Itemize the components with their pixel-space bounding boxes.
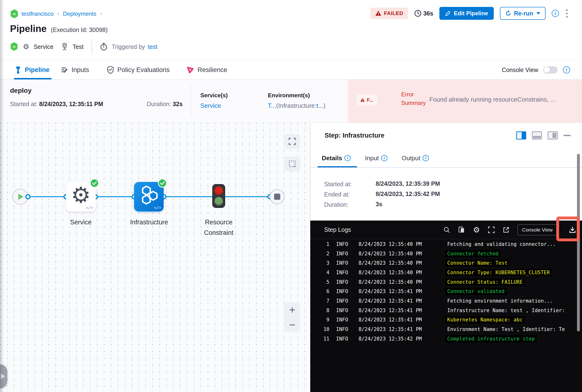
info-icon[interactable]: i — [381, 155, 387, 161]
service-gear-icon: ⚙ — [23, 43, 29, 50]
tab-output[interactable]: Output i — [402, 151, 429, 165]
node-resource-constraint[interactable] — [212, 184, 225, 208]
log-line: 3 INFO 8/24/2023 12:35:40 PM Connector N… — [310, 258, 582, 268]
tab-input[interactable]: Input i — [365, 151, 387, 165]
log-message: Completed infrastructure step — [445, 335, 537, 342]
info-icon[interactable]: i — [552, 10, 559, 17]
node-service[interactable]: ⚙ </> — [66, 182, 96, 212]
open-in-new-icon[interactable] — [503, 226, 509, 233]
log-lines: 1 INFO 8/24/2023 12:35:40 PM Fetching an… — [310, 240, 582, 392]
code-tag: </> — [86, 205, 93, 210]
detail-ended-label: Ended at: — [324, 191, 350, 198]
stop-icon — [274, 194, 280, 200]
log-timestamp: 8/24/2023 12:35:41 PM — [358, 326, 430, 332]
log-line-number: 4 — [310, 270, 329, 276]
tabs-border — [310, 168, 582, 168]
red-light — [214, 186, 223, 195]
services-label: Service(s) — [200, 92, 228, 99]
log-settings-icon[interactable]: ⚙ — [473, 226, 480, 234]
node-infrastructure[interactable]: </> — [134, 182, 164, 212]
tab-policy-evaluations[interactable]: Policy Evaluations — [107, 60, 170, 80]
search-icon[interactable] — [443, 226, 450, 233]
environment-link[interactable]: T...(Infrastructure:t...) — [268, 102, 325, 110]
divider — [191, 85, 191, 116]
detail-ended-value: 8/24/2023, 12:35:42 PM — [376, 190, 440, 198]
breadcrumb-deployments[interactable]: Deployments — [63, 10, 96, 17]
minimize-panel-icon[interactable] — [563, 135, 570, 136]
canvas-fullscreen-button[interactable] — [284, 134, 300, 149]
log-line: 11 INFO 8/24/2023 12:35:42 PM Completed … — [310, 334, 582, 344]
copy-icon[interactable] — [458, 226, 465, 234]
stopwatch-icon — [100, 43, 107, 51]
info-icon[interactable]: i — [563, 66, 570, 74]
service-link[interactable]: Service — [200, 102, 228, 110]
triggered-by-label: Triggered by — [112, 44, 145, 50]
edge-port — [25, 194, 31, 199]
log-line: 8 INFO 8/24/2023 12:35:41 PM Infrastruct… — [310, 306, 582, 315]
tab-resilience[interactable]: Resilience — [186, 60, 227, 80]
log-message: Connector Type: KUBERNETES_CLUSTER — [445, 269, 552, 276]
layout-floating-panel-icon[interactable] — [548, 132, 558, 140]
panel-scrollbar[interactable] — [577, 154, 580, 332]
cd-module-icon: ∞ — [10, 42, 19, 52]
zoom-out-button[interactable]: − — [289, 320, 295, 330]
started-at-value: 8/24/2023, 12:35:11 PM — [39, 100, 103, 107]
log-fullscreen-icon[interactable] — [488, 226, 495, 233]
refresh-icon — [505, 10, 511, 16]
stage-name[interactable]: deploy — [10, 87, 32, 94]
log-line: 9 INFO 8/24/2023 12:35:41 PM Kubernetes … — [310, 315, 582, 325]
layout-right-panel-icon[interactable] — [516, 132, 526, 140]
error-summary-label: ErrorSummary — [401, 90, 426, 107]
log-message: Connector Status: FAILURE — [445, 278, 524, 286]
stage-times: Started at: 8/24/2023, 12:35:11 PM Durat… — [10, 100, 183, 108]
pipeline-meta-row: ∞ ⚙ Service Test Triggered by test — [10, 40, 157, 54]
breadcrumb-project[interactable]: testfrancisco — [22, 10, 54, 17]
breadcrumb: ∞ testfrancisco › Deployments › — [10, 8, 103, 19]
clock-icon — [414, 10, 421, 17]
info-icon[interactable]: i — [423, 155, 429, 161]
layout-bottom-panel-icon[interactable] — [532, 132, 542, 140]
log-line-number: 6 — [310, 288, 329, 294]
log-timestamp: 8/24/2023 12:35:40 PM — [358, 279, 430, 285]
log-line-number: 5 — [310, 279, 329, 285]
log-line-number: 2 — [310, 251, 329, 256]
canvas-select-button[interactable] — [284, 156, 300, 171]
info-icon[interactable]: i — [344, 155, 351, 161]
end-node[interactable] — [270, 189, 285, 204]
console-view-toggle[interactable] — [543, 66, 558, 74]
pipeline-execution-page: ∞ testfrancisco › Deployments › FAILED 3… — [0, 0, 582, 392]
pipeline-graph-canvas[interactable]: + − ⚙ </> < — [0, 123, 310, 392]
more-options-menu[interactable] — [565, 8, 569, 18]
log-timestamp: 8/24/2023 12:35:41 PM — [358, 308, 430, 313]
elapsed-time: 36s — [414, 10, 433, 17]
triggered-by-value[interactable]: test — [148, 44, 157, 50]
detail-started-value: 8/24/2023, 12:35:39 PM — [376, 180, 440, 187]
started-at-label: Started at: — [10, 100, 38, 107]
edit-pipeline-button[interactable]: Edit Pipeline — [439, 7, 494, 20]
meta-environment[interactable]: Test — [73, 44, 84, 50]
rerun-button[interactable]: Re-run — [500, 7, 545, 20]
log-message: Fetching environment information... — [445, 297, 555, 304]
divider — [92, 39, 92, 54]
tab-details[interactable]: Details i — [322, 151, 351, 165]
inputs-icon — [61, 66, 68, 74]
log-message: Infrastructure Name: test , Identifier: — [445, 307, 567, 314]
log-line-number: 10 — [310, 326, 329, 332]
zoom-in-button[interactable]: + — [289, 305, 295, 315]
log-level: INFO — [336, 326, 354, 332]
log-console-view-button[interactable]: Console View — [518, 224, 557, 235]
log-timestamp: 8/24/2023 12:35:40 PM — [358, 251, 430, 256]
green-light — [214, 197, 223, 206]
execution-id: (Execution Id: 30098) — [51, 26, 108, 34]
node-label-service: Service — [66, 217, 96, 228]
shield-check-icon — [107, 66, 114, 74]
log-message: Connector fetched — [445, 250, 500, 257]
log-line-number: 3 — [310, 260, 329, 266]
tab-pipeline[interactable]: Pipeline — [15, 60, 50, 80]
title-row: Pipeline (Execution Id: 30098) — [10, 23, 108, 34]
download-logs-icon[interactable] — [569, 226, 576, 234]
meta-service[interactable]: Service — [34, 44, 54, 50]
active-tab-underline — [14, 78, 52, 80]
log-message: Kubernetes Namespace: abc — [445, 316, 524, 323]
tab-inputs[interactable]: Inputs — [61, 60, 89, 80]
